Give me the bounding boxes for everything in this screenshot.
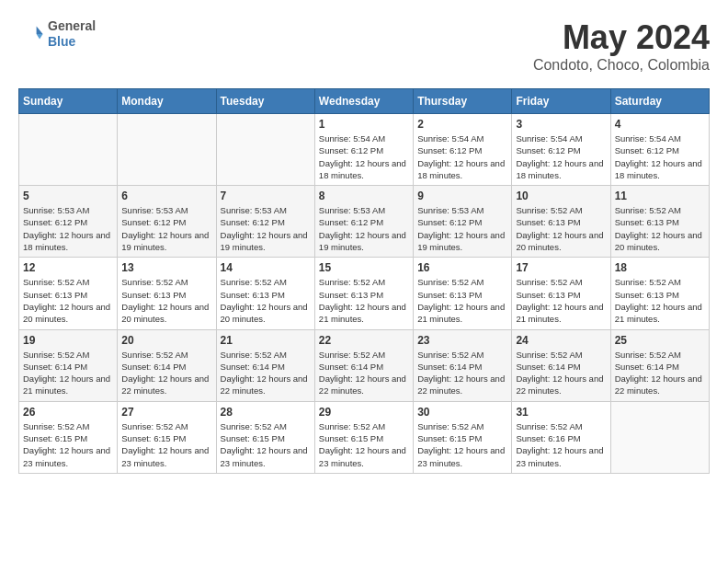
day-number: 7 — [221, 190, 311, 202]
day-info: Sunrise: 5:52 AM Sunset: 6:13 PM Dayligh… — [615, 204, 705, 253]
day-number: 21 — [221, 334, 311, 347]
day-info: Sunrise: 5:52 AM Sunset: 6:15 PM Dayligh… — [221, 420, 311, 469]
calendar-header: SundayMondayTuesdayWednesdayThursdayFrid… — [19, 89, 710, 114]
day-info: Sunrise: 5:52 AM Sunset: 6:14 PM Dayligh… — [615, 349, 705, 397]
day-number: 19 — [23, 334, 113, 347]
calendar-cell — [216, 114, 314, 186]
logo: General Blue — [18, 18, 96, 50]
calendar-cell: 15Sunrise: 5:52 AM Sunset: 6:13 PM Dayli… — [314, 258, 413, 329]
day-info: Sunrise: 5:52 AM Sunset: 6:15 PM Dayligh… — [319, 420, 409, 469]
day-number: 8 — [319, 190, 409, 202]
day-info: Sunrise: 5:52 AM Sunset: 6:14 PM Dayligh… — [417, 349, 507, 397]
day-number: 13 — [121, 261, 211, 274]
calendar-cell: 14Sunrise: 5:52 AM Sunset: 6:13 PM Dayli… — [216, 258, 314, 329]
calendar-cell — [118, 114, 216, 186]
day-info: Sunrise: 5:52 AM Sunset: 6:13 PM Dayligh… — [516, 204, 606, 253]
day-info: Sunrise: 5:54 AM Sunset: 6:12 PM Dayligh… — [615, 132, 705, 181]
day-number: 5 — [23, 190, 113, 202]
day-info: Sunrise: 5:52 AM Sunset: 6:15 PM Dayligh… — [23, 420, 113, 469]
calendar-cell: 20Sunrise: 5:52 AM Sunset: 6:14 PM Dayli… — [118, 329, 216, 401]
day-info: Sunrise: 5:54 AM Sunset: 6:12 PM Dayligh… — [516, 132, 606, 181]
day-info: Sunrise: 5:52 AM Sunset: 6:13 PM Dayligh… — [221, 276, 311, 325]
day-info: Sunrise: 5:52 AM Sunset: 6:13 PM Dayligh… — [417, 276, 507, 325]
weekday-header-thursday: Thursday — [414, 89, 512, 114]
day-number: 24 — [516, 334, 606, 347]
calendar-cell: 13Sunrise: 5:52 AM Sunset: 6:13 PM Dayli… — [118, 258, 216, 329]
calendar-week-5: 26Sunrise: 5:52 AM Sunset: 6:15 PM Dayli… — [19, 401, 710, 473]
calendar-cell: 3Sunrise: 5:54 AM Sunset: 6:12 PM Daylig… — [512, 114, 610, 186]
day-info: Sunrise: 5:52 AM Sunset: 6:14 PM Dayligh… — [23, 349, 113, 397]
calendar-cell: 5Sunrise: 5:53 AM Sunset: 6:12 PM Daylig… — [19, 186, 118, 258]
day-info: Sunrise: 5:53 AM Sunset: 6:12 PM Dayligh… — [319, 204, 409, 253]
calendar-week-4: 19Sunrise: 5:52 AM Sunset: 6:14 PM Dayli… — [19, 329, 710, 401]
day-number: 16 — [417, 261, 507, 274]
svg-marker-1 — [37, 34, 43, 40]
calendar-cell: 11Sunrise: 5:52 AM Sunset: 6:13 PM Dayli… — [610, 186, 709, 258]
day-number: 12 — [23, 261, 113, 274]
day-info: Sunrise: 5:53 AM Sunset: 6:12 PM Dayligh… — [417, 204, 507, 253]
calendar-cell: 7Sunrise: 5:53 AM Sunset: 6:12 PM Daylig… — [216, 186, 314, 258]
month-title: May 2024 — [533, 18, 710, 57]
calendar-cell: 19Sunrise: 5:52 AM Sunset: 6:14 PM Dayli… — [19, 329, 118, 401]
calendar-cell: 24Sunrise: 5:52 AM Sunset: 6:14 PM Dayli… — [512, 329, 610, 401]
day-number: 23 — [417, 334, 507, 347]
calendar-cell: 16Sunrise: 5:52 AM Sunset: 6:13 PM Dayli… — [414, 258, 512, 329]
calendar-cell: 22Sunrise: 5:52 AM Sunset: 6:14 PM Dayli… — [314, 329, 413, 401]
day-number: 27 — [121, 406, 211, 419]
calendar-cell: 30Sunrise: 5:52 AM Sunset: 6:15 PM Dayli… — [414, 401, 512, 473]
weekday-header-row: SundayMondayTuesdayWednesdayThursdayFrid… — [19, 89, 710, 114]
calendar-cell: 26Sunrise: 5:52 AM Sunset: 6:15 PM Dayli… — [19, 401, 118, 473]
day-number: 9 — [417, 190, 507, 202]
title-block: May 2024 Condoto, Choco, Colombia — [533, 18, 710, 74]
weekday-header-friday: Friday — [512, 89, 610, 114]
day-number: 3 — [516, 118, 606, 131]
day-number: 18 — [615, 261, 705, 274]
calendar-cell — [19, 114, 118, 186]
calendar-cell: 9Sunrise: 5:53 AM Sunset: 6:12 PM Daylig… — [414, 186, 512, 258]
day-info: Sunrise: 5:52 AM Sunset: 6:14 PM Dayligh… — [516, 349, 606, 397]
calendar-cell: 18Sunrise: 5:52 AM Sunset: 6:13 PM Dayli… — [610, 258, 709, 329]
day-number: 14 — [221, 261, 311, 274]
day-info: Sunrise: 5:53 AM Sunset: 6:12 PM Dayligh… — [121, 204, 211, 253]
day-number: 17 — [516, 261, 606, 274]
calendar-cell: 27Sunrise: 5:52 AM Sunset: 6:15 PM Dayli… — [118, 401, 216, 473]
day-info: Sunrise: 5:53 AM Sunset: 6:12 PM Dayligh… — [23, 204, 113, 253]
calendar-cell: 31Sunrise: 5:52 AM Sunset: 6:16 PM Dayli… — [512, 401, 610, 473]
day-number: 31 — [516, 406, 606, 419]
day-number: 22 — [319, 334, 409, 347]
day-number: 2 — [417, 118, 507, 131]
day-info: Sunrise: 5:54 AM Sunset: 6:12 PM Dayligh… — [417, 132, 507, 181]
day-info: Sunrise: 5:52 AM Sunset: 6:15 PM Dayligh… — [417, 420, 507, 469]
calendar-cell: 17Sunrise: 5:52 AM Sunset: 6:13 PM Dayli… — [512, 258, 610, 329]
svg-marker-0 — [37, 26, 43, 33]
calendar-cell: 21Sunrise: 5:52 AM Sunset: 6:14 PM Dayli… — [216, 329, 314, 401]
logo-line2: Blue — [48, 34, 96, 50]
calendar-cell: 1Sunrise: 5:54 AM Sunset: 6:12 PM Daylig… — [314, 114, 413, 186]
day-info: Sunrise: 5:52 AM Sunset: 6:16 PM Dayligh… — [516, 420, 606, 469]
weekday-header-wednesday: Wednesday — [314, 89, 413, 114]
day-info: Sunrise: 5:52 AM Sunset: 6:14 PM Dayligh… — [319, 349, 409, 397]
calendar-cell: 23Sunrise: 5:52 AM Sunset: 6:14 PM Dayli… — [414, 329, 512, 401]
calendar-cell: 28Sunrise: 5:52 AM Sunset: 6:15 PM Dayli… — [216, 401, 314, 473]
calendar-cell: 10Sunrise: 5:52 AM Sunset: 6:13 PM Dayli… — [512, 186, 610, 258]
weekday-header-sunday: Sunday — [19, 89, 118, 114]
calendar-week-1: 1Sunrise: 5:54 AM Sunset: 6:12 PM Daylig… — [19, 114, 710, 186]
day-info: Sunrise: 5:52 AM Sunset: 6:13 PM Dayligh… — [121, 276, 211, 325]
day-info: Sunrise: 5:52 AM Sunset: 6:13 PM Dayligh… — [615, 276, 705, 325]
day-number: 29 — [319, 406, 409, 419]
day-info: Sunrise: 5:52 AM Sunset: 6:13 PM Dayligh… — [23, 276, 113, 325]
day-number: 28 — [221, 406, 311, 419]
day-info: Sunrise: 5:53 AM Sunset: 6:12 PM Dayligh… — [221, 204, 311, 253]
day-number: 30 — [417, 406, 507, 419]
day-number: 6 — [121, 190, 211, 202]
day-number: 4 — [615, 118, 705, 131]
day-info: Sunrise: 5:52 AM Sunset: 6:15 PM Dayligh… — [121, 420, 211, 469]
logo-icon — [18, 21, 44, 47]
calendar-cell: 29Sunrise: 5:52 AM Sunset: 6:15 PM Dayli… — [314, 401, 413, 473]
day-info: Sunrise: 5:52 AM Sunset: 6:13 PM Dayligh… — [516, 276, 606, 325]
day-info: Sunrise: 5:52 AM Sunset: 6:14 PM Dayligh… — [121, 349, 211, 397]
day-number: 20 — [121, 334, 211, 347]
day-number: 10 — [516, 190, 606, 202]
calendar-cell: 4Sunrise: 5:54 AM Sunset: 6:12 PM Daylig… — [610, 114, 709, 186]
location-subtitle: Condoto, Choco, Colombia — [533, 57, 710, 74]
